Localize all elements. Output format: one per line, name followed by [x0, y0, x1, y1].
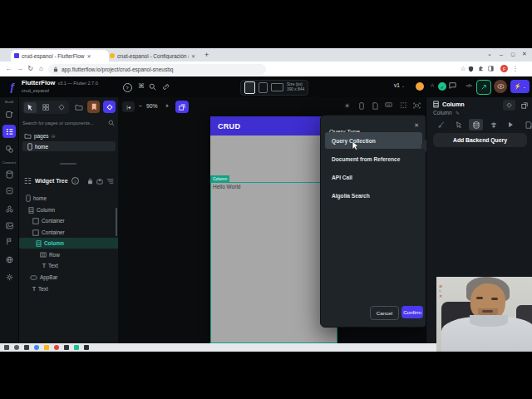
- collaborator-avatar[interactable]: [416, 82, 424, 91]
- file-explorer-icon[interactable]: [44, 345, 49, 350]
- add-backend-query-button[interactable]: Add Backend Query: [433, 133, 527, 147]
- share-link-icon[interactable]: [162, 83, 175, 91]
- app-appbar[interactable]: CRUD: [210, 116, 337, 135]
- option-api-call[interactable]: API Call: [325, 169, 422, 185]
- preview-eye-icon[interactable]: [494, 80, 507, 93]
- widget-name[interactable]: Column: [433, 110, 452, 116]
- selected-column-outline[interactable]: [210, 182, 337, 343]
- tab-close-icon[interactable]: ✕: [191, 53, 195, 59]
- phone-mockup[interactable]: CRUD Column Hello World: [210, 116, 337, 343]
- taskbar-app-icon[interactable]: [84, 345, 89, 350]
- tab-close-icon[interactable]: ✕: [87, 53, 91, 59]
- rail-components-icon[interactable]: [2, 142, 16, 155]
- grid-view-icon[interactable]: [39, 102, 52, 113]
- tab-docs-icon[interactable]: [521, 119, 532, 131]
- rail-auth-users-icon[interactable]: [2, 202, 16, 215]
- clone-screen-icon[interactable]: [175, 101, 189, 113]
- chrome-icon[interactable]: [34, 345, 39, 350]
- rail-integrations-icon[interactable]: [2, 253, 16, 266]
- version-dropdown[interactable]: v1⌄: [394, 82, 405, 88]
- tab-style-brush-icon[interactable]: [434, 119, 448, 131]
- folder-icon[interactable]: [73, 101, 85, 113]
- option-algolia-search[interactable]: Algolia Search: [325, 187, 422, 204]
- option-document-from-reference[interactable]: Document from Reference: [325, 150, 422, 167]
- window-close-icon[interactable]: ✕: [519, 51, 530, 57]
- shield-icon[interactable]: [468, 66, 478, 72]
- browser-menu-icon[interactable]: ⋮: [510, 65, 520, 72]
- tablet-device-icon[interactable]: [259, 82, 268, 93]
- search-icon[interactable]: [149, 83, 162, 91]
- back-icon[interactable]: ←: [3, 65, 14, 72]
- folder-options-icon[interactable]: ⊖: [51, 133, 55, 139]
- panel-collapse-handle[interactable]: [421, 139, 426, 152]
- collapse-panel-icon[interactable]: |◂: [122, 101, 135, 112]
- url-bar[interactable]: app.flutterflow.io/project/crud-espanol-…: [48, 64, 266, 75]
- panel-resize-handle[interactable]: [60, 163, 76, 165]
- window-maximize-icon[interactable]: ▢: [507, 52, 519, 57]
- dialog-close-icon[interactable]: ✕: [414, 122, 419, 129]
- rail-settings-gear-icon[interactable]: [2, 270, 16, 283]
- command-palette-icon[interactable]: ⌘: [135, 82, 148, 90]
- collapse-list-icon[interactable]: [106, 178, 114, 185]
- taskbar-app-icon[interactable]: [64, 345, 69, 350]
- taskbar-app-icon[interactable]: [74, 345, 79, 350]
- bookmark-star-icon[interactable]: ☆: [458, 65, 468, 72]
- zoom-in-button[interactable]: +: [165, 103, 169, 109]
- window-minimize-icon[interactable]: –: [495, 52, 507, 57]
- rail-pages-flag-icon[interactable]: [2, 234, 16, 248]
- tab-backend-database-icon[interactable]: [469, 119, 483, 131]
- device-frame-icon[interactable]: [355, 102, 367, 110]
- page-item-home[interactable]: home: [22, 141, 116, 151]
- pages-search-input[interactable]: Search for pages or components...: [22, 117, 115, 128]
- extensions-puzzle-icon[interactable]: [478, 66, 488, 71]
- grid-guides-icon[interactable]: [397, 102, 409, 109]
- new-tab-button[interactable]: +: [204, 51, 209, 59]
- page-outline-icon[interactable]: [369, 102, 382, 110]
- tab-test-play-icon[interactable]: [504, 119, 518, 131]
- help-icon[interactable]: ?: [121, 83, 134, 92]
- open-editor-icon[interactable]: [476, 80, 491, 95]
- theme-diamond-icon[interactable]: [503, 100, 515, 111]
- rail-media-icon[interactable]: [2, 219, 16, 232]
- pages-folder-row[interactable]: pages ⊖: [24, 131, 114, 140]
- lock-icon[interactable]: [87, 178, 93, 185]
- tab-interactions-cursor-icon[interactable]: [451, 119, 466, 131]
- recorder-icon[interactable]: [54, 345, 59, 350]
- hello-world-text[interactable]: Hello World: [213, 184, 240, 190]
- feedback-chat-icon[interactable]: [449, 82, 462, 89]
- phone-device-icon[interactable]: [244, 81, 255, 94]
- edit-name-icon[interactable]: ✎: [456, 110, 460, 116]
- rail-page-add-icon[interactable]: [2, 107, 16, 121]
- taskbar-app-icon[interactable]: [24, 345, 29, 350]
- cancel-button[interactable]: Cancel: [370, 306, 399, 320]
- run-deploy-button[interactable]: ⚡ ⌄: [510, 80, 530, 93]
- info-icon[interactable]: i: [71, 177, 79, 185]
- confirm-button[interactable]: Confirm: [401, 306, 423, 318]
- home-icon[interactable]: ⌂: [36, 65, 47, 72]
- code-view-icon[interactable]: </>: [462, 83, 475, 88]
- copy-widget-icon[interactable]: [518, 100, 530, 111]
- storybook-icon[interactable]: [87, 101, 100, 113]
- export-tree-icon[interactable]: [96, 178, 103, 185]
- canvas-size-icon[interactable]: [411, 102, 423, 109]
- rail-widget-tree-icon[interactable]: [2, 125, 16, 138]
- health-check-icon[interactable]: ✓: [438, 82, 446, 91]
- theme-diamond-icon[interactable]: [103, 101, 116, 113]
- profile-avatar[interactable]: F: [500, 65, 508, 72]
- light-mode-icon[interactable]: ☀: [341, 102, 353, 110]
- option-query-collection[interactable]: Query Collection: [325, 132, 422, 149]
- forward-icon[interactable]: →: [14, 65, 25, 72]
- tree-scrollbar[interactable]: [116, 208, 118, 236]
- components-diamond-icon[interactable]: [55, 102, 67, 113]
- rail-api-icon[interactable]: [2, 184, 16, 197]
- tab-align-icon[interactable]: [486, 119, 500, 131]
- desktop-device-icon[interactable]: [271, 83, 283, 91]
- start-menu-icon[interactable]: [4, 345, 9, 350]
- select-widget-icon[interactable]: [24, 102, 37, 113]
- taskbar-search-icon[interactable]: [14, 345, 19, 350]
- browser-tab-active[interactable]: crud-espanol - FlutterFlow ✕: [11, 50, 109, 62]
- zoom-out-button[interactable]: −: [139, 103, 142, 109]
- window-menu-icon[interactable]: ⌄: [484, 51, 495, 57]
- side-panel-icon[interactable]: [488, 66, 498, 71]
- rail-database-icon[interactable]: [2, 168, 16, 181]
